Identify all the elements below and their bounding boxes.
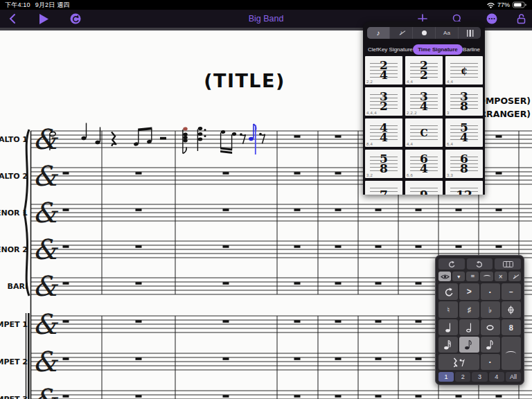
flip-button[interactable] [438, 283, 458, 300]
triangle-down-icon: ▾ [457, 274, 460, 280]
coda-icon [507, 305, 515, 314]
staff-label: TENOR 2 [0, 245, 28, 254]
ts-option-5-4[interactable]: 54 6,4 [445, 118, 483, 147]
voice-all-button[interactable]: All [506, 372, 521, 382]
ts-option-3-4[interactable]: 34 2,2,2 [405, 87, 443, 116]
treble-clef-icon [33, 346, 59, 378]
status-bar: 下午4:10 9月2日 週四 77% [0, 0, 532, 10]
sixteenth-note-button[interactable] [438, 337, 458, 353]
unlock-icon[interactable] [515, 10, 526, 28]
piano-keyboard-button[interactable] [495, 258, 521, 269]
octave-button[interactable]: 8 [502, 319, 521, 335]
ts-option-3-2[interactable]: 32 4,4,4 [365, 87, 402, 116]
category-time-signature[interactable]: Time Signature [413, 44, 463, 55]
ts-option-7[interactable]: 7 [365, 181, 402, 195]
popover-categories: Clef Key Signature Time Signature Barlin… [363, 42, 485, 57]
whole-note-button[interactable] [481, 319, 500, 335]
sixteenth-note-icon [444, 339, 452, 350]
score-title: (TITLE) [204, 70, 285, 91]
ts-option-6-8[interactable]: 68 3,3 [445, 150, 483, 178]
staccato-icon: · [488, 287, 491, 297]
note-icon: ♪ [377, 29, 380, 37]
treble-clef-icon [33, 233, 59, 265]
stem-direction-button[interactable]: ▾ [452, 272, 465, 281]
rests-icon [452, 357, 466, 367]
ts-option-6-4[interactable]: 64 6,6 [405, 150, 443, 178]
eighth-note-button[interactable] [459, 337, 479, 353]
ts-option-common-time[interactable]: C 4,4 [405, 118, 443, 147]
voice-1-button[interactable]: 1 [438, 372, 454, 382]
ts-option-2-4[interactable]: 24 2,2 [365, 56, 402, 85]
beam-button[interactable]: = [466, 272, 479, 281]
visibility-button[interactable] [438, 272, 451, 281]
grouping-label: 4,4 [407, 80, 413, 84]
time-signature-grid: 24 2,2 22 4,4 ¢ 4,4 32 4,4,4 34 2,2,2 38… [365, 56, 483, 195]
ts-option-5-8[interactable]: 58 3,2 [365, 150, 402, 178]
notation-popover: ♪ ♪ Aa Clef Key Signature Time Signature… [363, 21, 485, 195]
grouping-label: 8,4 [366, 142, 373, 146]
voice-4-button[interactable]: 4 [489, 372, 504, 382]
ts-option-3-8[interactable]: 38 3 [445, 87, 483, 116]
tab-text[interactable]: Aa [436, 27, 459, 39]
grouping-label: 3 [447, 111, 450, 115]
ts-option-2-2[interactable]: 22 4,4 [405, 56, 443, 85]
voice-3-button[interactable]: 3 [472, 372, 487, 382]
undo-icon [447, 260, 455, 268]
ts-option-cut-time[interactable]: ¢ 4,4 [445, 56, 483, 85]
flat-button[interactable]: ♭ [481, 301, 500, 318]
dot-icon: · [488, 357, 491, 367]
natural-button[interactable]: ♮ [438, 301, 458, 318]
tie-icon [506, 351, 516, 356]
piano-keyboard-icon [503, 261, 513, 267]
alto1-notes[interactable] [49, 123, 265, 155]
ts-option-12[interactable]: 12 [445, 181, 483, 195]
status-left: 下午4:10 9月2日 週四 [5, 1, 70, 10]
half-note-button[interactable] [459, 319, 479, 335]
category-barline[interactable]: Barline [463, 46, 480, 53]
slur-button[interactable] [480, 272, 493, 281]
ts-option-9[interactable]: 9 [405, 181, 443, 195]
grouping-label: 6,6 [407, 173, 413, 177]
augmentation-dot-button[interactable]: · [481, 354, 500, 370]
voice-note-red[interactable] [183, 127, 188, 131]
staff-label: TRUMPET 3 [0, 395, 28, 399]
eighth-note-icon [486, 339, 495, 350]
ts-option-4-4[interactable]: 44 8,4 [365, 118, 402, 147]
treble-clef-icon [33, 270, 59, 302]
grace-note-button[interactable]: ♪ [508, 272, 521, 281]
rest-button[interactable] [438, 354, 479, 370]
coda-button[interactable] [502, 301, 521, 318]
accent-button[interactable]: > [459, 283, 479, 300]
keypad-main-grid: > · – ♮ ♯ ♭ [438, 283, 521, 370]
quarter-note-button[interactable] [438, 319, 458, 335]
clock: 下午4:10 [5, 1, 30, 10]
tie-button[interactable] [502, 337, 521, 370]
natural-icon: ♮ [447, 305, 450, 314]
eighth-note-alt-button[interactable] [481, 337, 500, 353]
grouping-label: 3,3 [447, 173, 453, 177]
tab-noteheads[interactable] [413, 27, 436, 39]
battery-icon [513, 1, 527, 8]
category-clef[interactable]: Clef [368, 46, 378, 53]
voice-selector: 1 2 3 4 All [438, 372, 521, 382]
staff-label: ALTO 2 [0, 172, 28, 181]
redo-button[interactable] [467, 258, 493, 269]
x-icon: × [499, 273, 503, 281]
category-key-signature[interactable]: Key Signature [378, 46, 413, 53]
tab-barlines[interactable] [459, 27, 481, 39]
whole-note-icon [486, 325, 494, 330]
cross-notehead-button[interactable]: × [495, 272, 507, 281]
staff-label: ALTO 1 [0, 135, 28, 144]
tenuto-button[interactable]: – [502, 283, 521, 300]
tab-notes[interactable]: ♪ [367, 27, 390, 39]
popover-tab-bar: ♪ ♪ Aa [367, 27, 481, 39]
more-options-icon[interactable] [486, 10, 498, 28]
sharp-button[interactable]: ♯ [459, 301, 479, 318]
staccato-button[interactable]: · [481, 283, 500, 300]
composer-line: OMPOSER) [478, 96, 531, 106]
quarter-note-icon [445, 322, 452, 332]
tab-ornaments[interactable]: ♪ [390, 27, 413, 39]
undo-button[interactable] [438, 258, 465, 269]
voice-2-button[interactable]: 2 [455, 372, 470, 382]
grouping-label: 6,4 [447, 142, 453, 146]
